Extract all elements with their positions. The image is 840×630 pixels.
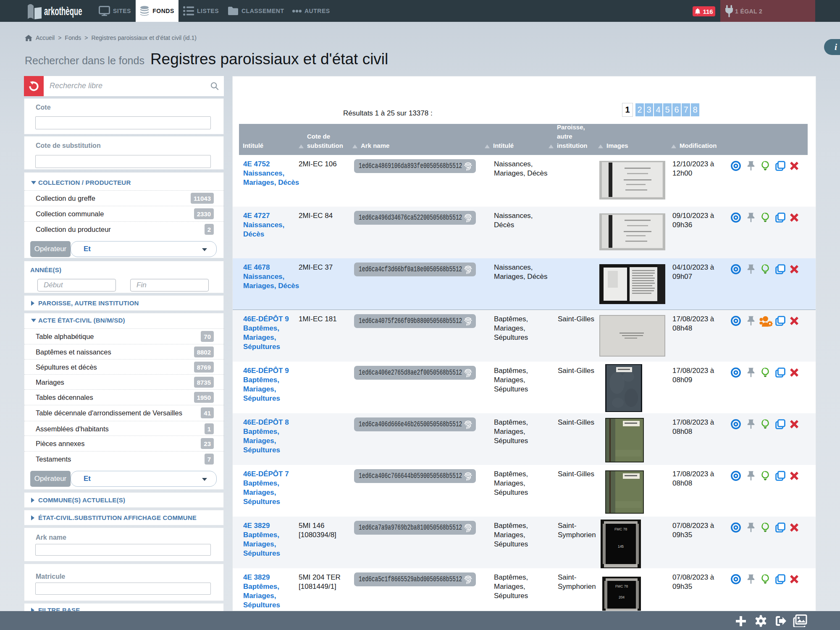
svg-text:FMC 78: FMC 78 — [615, 584, 628, 588]
svg-text:FMC 78: FMC 78 — [614, 527, 627, 531]
svg-text:145: 145 — [618, 544, 624, 549]
svg-text:204: 204 — [619, 595, 625, 599]
